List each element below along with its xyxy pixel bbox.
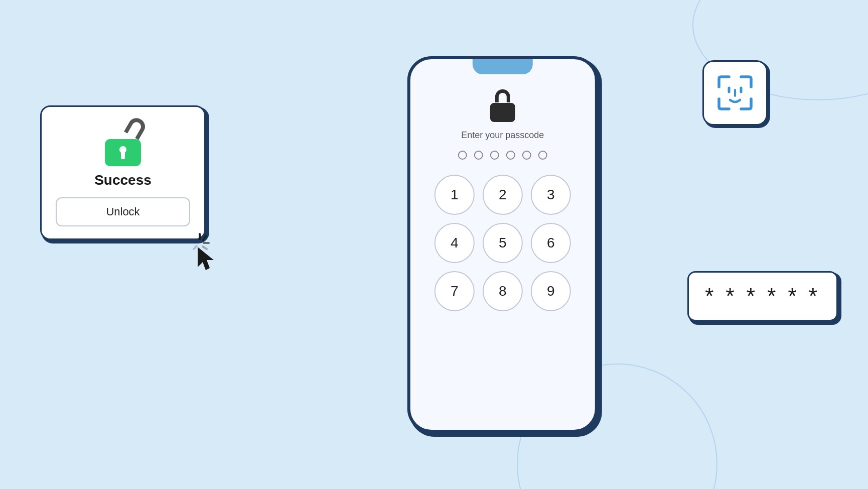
phone-lock-icon: [488, 89, 518, 122]
passcode-dot-5: [522, 151, 531, 160]
svg-line-3: [203, 247, 207, 249]
key-2[interactable]: 2: [483, 175, 523, 215]
cursor-arrow-svg: [196, 246, 216, 273]
face-id-icon: [715, 73, 755, 113]
unlock-button-label: Unlock: [106, 205, 139, 218]
svg-marker-5: [198, 247, 214, 270]
svg-line-4: [194, 246, 197, 249]
passcode-dot-1: [458, 151, 467, 160]
unlock-button[interactable]: Unlock: [56, 197, 190, 226]
keypad: 1 2 3 4 5 6 7 8 9: [424, 175, 581, 311]
phone-device: Enter your passcode 1 2 3 4 5 6 7 8 9: [407, 56, 598, 433]
lock-shackle-open: [124, 115, 148, 140]
face-id-card[interactable]: [702, 60, 768, 126]
passcode-dot-2: [474, 151, 483, 160]
password-asterisks: * * * * * *: [705, 284, 820, 309]
unlock-icon: [100, 121, 146, 166]
success-card: Success Unlock: [40, 105, 206, 240]
passcode-dots: [458, 151, 547, 160]
key-4[interactable]: 4: [435, 223, 475, 263]
key-9[interactable]: 9: [531, 271, 571, 311]
key-7[interactable]: 7: [435, 271, 475, 311]
svg-line-1: [203, 236, 206, 240]
passcode-dot-4: [506, 151, 515, 160]
password-card: * * * * * *: [687, 271, 838, 321]
lock-body-green: [105, 139, 141, 166]
phone-screen: Enter your passcode 1 2 3 4 5 6 7 8 9: [410, 74, 595, 430]
phone-wrapper: Enter your passcode 1 2 3 4 5 6 7 8 9: [407, 56, 598, 433]
phone-lock-shackle: [495, 89, 510, 102]
key-6[interactable]: 6: [531, 223, 571, 263]
passcode-dot-3: [490, 151, 499, 160]
phone-lock-body: [490, 103, 515, 122]
key-5[interactable]: 5: [483, 223, 523, 263]
key-1[interactable]: 1: [435, 175, 475, 215]
phone-notch: [473, 59, 533, 74]
key-3[interactable]: 3: [531, 175, 571, 215]
lock-keyhole: [118, 146, 127, 159]
passcode-dot-6: [538, 151, 547, 160]
key-8[interactable]: 8: [483, 271, 523, 311]
passcode-label: Enter your passcode: [461, 130, 544, 141]
success-title: Success: [94, 172, 152, 188]
cursor-indicator: [196, 246, 216, 275]
phone-side-button: [597, 229, 598, 260]
